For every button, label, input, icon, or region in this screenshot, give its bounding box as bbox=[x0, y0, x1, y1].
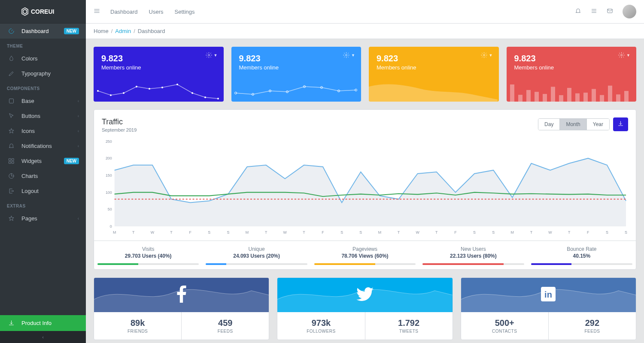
svg-rect-46 bbox=[624, 91, 629, 102]
sidebar-item-widgets[interactable]: Widgets NEW bbox=[0, 153, 86, 168]
gear-icon[interactable]: ▼ bbox=[343, 52, 355, 58]
svg-text:W: W bbox=[548, 230, 552, 235]
svg-point-31 bbox=[621, 54, 623, 56]
gear-icon[interactable]: ▼ bbox=[618, 52, 630, 58]
logout-icon bbox=[7, 188, 15, 194]
sparkline bbox=[94, 78, 222, 102]
svg-point-13 bbox=[123, 92, 125, 94]
sidebar-item-pages[interactable]: Pages ‹ bbox=[0, 211, 86, 226]
social-header bbox=[277, 278, 452, 312]
metric-value: 78.706 Views (60%) bbox=[314, 253, 416, 259]
svg-text:W: W bbox=[283, 230, 287, 235]
sidebar-item-icons[interactable]: Icons ‹ bbox=[0, 123, 86, 138]
nav-title-theme: THEME bbox=[0, 39, 86, 51]
svg-point-11 bbox=[97, 90, 99, 92]
traffic-chart: 050100150200250MTWTFSSMTWTFSSMTWTFSSMTWT… bbox=[102, 137, 628, 235]
cursor-icon bbox=[7, 113, 15, 119]
sidebar-label: Dashboard bbox=[21, 28, 49, 34]
metric-bar bbox=[314, 263, 416, 265]
sidebar-label: Icons bbox=[21, 128, 35, 134]
breadcrumb-sep: / bbox=[111, 28, 113, 34]
download-button[interactable] bbox=[613, 117, 628, 131]
svg-text:M: M bbox=[113, 230, 116, 235]
svg-text:F: F bbox=[454, 230, 457, 235]
sidebar-item-notifications[interactable]: Notifications ‹ bbox=[0, 138, 86, 153]
svg-text:W: W bbox=[151, 230, 155, 235]
chevron-left-icon: ‹ bbox=[78, 99, 79, 103]
sidebar-item-dashboard[interactable]: Dashboard NEW bbox=[0, 24, 86, 39]
svg-text:F: F bbox=[587, 230, 589, 235]
range-toggle: Day Month Year bbox=[538, 118, 610, 130]
range-year[interactable]: Year bbox=[586, 119, 609, 130]
breadcrumb: Home / Admin / Dashboard bbox=[86, 24, 644, 39]
stat-card: ▼ 9.823 Members online bbox=[507, 47, 637, 102]
social-right-num: 1.792 bbox=[369, 318, 449, 328]
header-link-users[interactable]: Users bbox=[149, 9, 164, 15]
svg-text:250: 250 bbox=[106, 139, 112, 143]
pie-icon bbox=[7, 173, 15, 179]
breadcrumb-home[interactable]: Home bbox=[94, 28, 109, 34]
mail-icon[interactable] bbox=[607, 8, 613, 16]
svg-text:S: S bbox=[473, 230, 476, 235]
sidebar-item-charts[interactable]: Charts bbox=[0, 168, 86, 184]
metric-value: 24.093 Users (20%) bbox=[206, 253, 307, 259]
bell-icon bbox=[7, 143, 15, 149]
traffic-subtitle: September 2019 bbox=[102, 127, 137, 132]
sidebar-product-info[interactable]: Product Info bbox=[0, 315, 86, 331]
stat-label: Members online bbox=[514, 64, 629, 71]
metric-label: Visits bbox=[97, 246, 199, 252]
breadcrumb-admin[interactable]: Admin bbox=[115, 28, 131, 34]
svg-text:COREUI: COREUI bbox=[31, 8, 54, 15]
star-icon bbox=[7, 215, 15, 222]
metric-value: 22.123 Users (80%) bbox=[422, 253, 524, 259]
metric-bar bbox=[206, 263, 307, 265]
stat-card: ▼ 9.823 Members online bbox=[94, 47, 224, 102]
svg-rect-6 bbox=[9, 162, 10, 163]
metric-label: Unique bbox=[206, 246, 307, 252]
social-left-lbl: FRIENDS bbox=[97, 329, 178, 334]
header-link-settings[interactable]: Settings bbox=[175, 9, 195, 15]
avatar[interactable] bbox=[623, 5, 636, 18]
social-left-num: 500+ bbox=[465, 318, 545, 328]
main-area: Dashboard Users Settings Home / Admin / … bbox=[86, 0, 644, 343]
svg-text:S: S bbox=[625, 230, 627, 235]
sidebar-label: Base bbox=[21, 98, 34, 104]
svg-rect-41 bbox=[583, 93, 588, 102]
nav-title-extras: EXTRAS bbox=[0, 199, 86, 211]
metric-value: 29.703 Users (40%) bbox=[97, 253, 199, 259]
sidebar-label: Pages bbox=[21, 215, 37, 222]
svg-rect-32 bbox=[510, 84, 514, 102]
metric-value: 40.15% bbox=[531, 253, 632, 259]
stat-value: 9.823 bbox=[239, 54, 354, 63]
sidebar-item-typography[interactable]: Typography bbox=[0, 66, 86, 81]
puzzle-icon bbox=[7, 98, 15, 104]
range-month[interactable]: Month bbox=[559, 119, 586, 130]
sidebar-item-buttons[interactable]: Buttons ‹ bbox=[0, 108, 86, 123]
range-day[interactable]: Day bbox=[538, 119, 559, 130]
social-right-lbl: FEEDS bbox=[185, 329, 265, 334]
svg-text:200: 200 bbox=[106, 156, 112, 160]
breadcrumb-sep: / bbox=[134, 28, 135, 34]
header-link-dashboard[interactable]: Dashboard bbox=[110, 9, 138, 15]
svg-rect-3 bbox=[9, 99, 13, 103]
stat-label: Members online bbox=[239, 64, 354, 71]
svg-point-19 bbox=[204, 96, 206, 98]
svg-text:F: F bbox=[189, 230, 191, 235]
sidebar-label: Logout bbox=[21, 188, 39, 194]
list-icon[interactable] bbox=[591, 8, 597, 16]
gear-icon[interactable]: ▼ bbox=[481, 52, 493, 58]
bell-icon[interactable] bbox=[575, 8, 581, 16]
sidebar-item-colors[interactable]: Colors bbox=[0, 51, 86, 66]
sidebar-item-base[interactable]: Base ‹ bbox=[0, 93, 86, 108]
metric-bar bbox=[531, 263, 632, 265]
sidebar-item-logout[interactable]: Logout bbox=[0, 184, 86, 199]
hamburger-icon[interactable] bbox=[94, 8, 100, 16]
social-left-lbl: CONTACTS bbox=[465, 329, 545, 334]
svg-text:T: T bbox=[435, 230, 438, 235]
sidebar-minimizer[interactable]: ‹ bbox=[0, 331, 86, 343]
gear-icon[interactable]: ▼ bbox=[206, 52, 218, 58]
brand-logo[interactable]: COREUI bbox=[0, 0, 86, 24]
social-stats: 89kFRIENDS 459FEEDS bbox=[94, 312, 269, 340]
svg-text:M: M bbox=[378, 230, 381, 235]
pencil-icon bbox=[7, 70, 15, 77]
